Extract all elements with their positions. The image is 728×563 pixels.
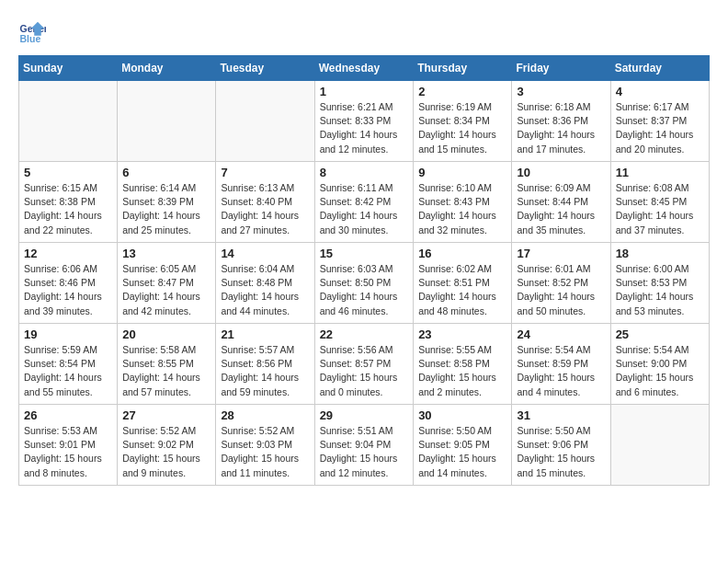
day-info: Sunrise: 5:54 AMSunset: 8:59 PMDaylight:…: [517, 343, 605, 399]
week-row-4: 19Sunrise: 5:59 AMSunset: 8:54 PMDayligh…: [19, 324, 710, 405]
calendar-cell: 17Sunrise: 6:01 AMSunset: 8:52 PMDayligh…: [512, 243, 610, 324]
day-number: 19: [24, 327, 112, 341]
calendar-cell: 22Sunrise: 5:56 AMSunset: 8:57 PMDayligh…: [314, 324, 414, 405]
week-row-3: 12Sunrise: 6:06 AMSunset: 8:46 PMDayligh…: [19, 243, 710, 324]
day-info: Sunrise: 6:13 AMSunset: 8:40 PMDaylight:…: [221, 181, 309, 237]
day-info: Sunrise: 6:05 AMSunset: 8:47 PMDaylight:…: [122, 262, 210, 318]
day-number: 20: [122, 327, 210, 341]
day-info: Sunrise: 6:09 AMSunset: 8:44 PMDaylight:…: [517, 181, 605, 237]
day-number: 10: [517, 166, 605, 179]
week-row-2: 5Sunrise: 6:15 AMSunset: 8:38 PMDaylight…: [19, 162, 710, 243]
day-info: Sunrise: 6:15 AMSunset: 8:38 PMDaylight:…: [24, 181, 112, 237]
day-info: Sunrise: 5:51 AMSunset: 9:04 PMDaylight:…: [320, 424, 409, 480]
day-number: 23: [418, 327, 506, 341]
calendar-cell: 10Sunrise: 6:09 AMSunset: 8:44 PMDayligh…: [512, 162, 610, 243]
day-number: 16: [418, 247, 506, 260]
calendar-cell: 29Sunrise: 5:51 AMSunset: 9:04 PMDayligh…: [314, 405, 414, 486]
day-number: 27: [122, 408, 210, 422]
calendar-cell: 27Sunrise: 5:52 AMSunset: 9:02 PMDayligh…: [118, 405, 216, 486]
day-info: Sunrise: 5:52 AMSunset: 9:02 PMDaylight:…: [122, 424, 210, 480]
day-info: Sunrise: 6:06 AMSunset: 8:46 PMDaylight:…: [24, 262, 112, 318]
day-number: 24: [517, 327, 605, 341]
calendar-cell: 4Sunrise: 6:17 AMSunset: 8:37 PMDaylight…: [610, 81, 709, 162]
calendar-cell: 18Sunrise: 6:00 AMSunset: 8:53 PMDayligh…: [610, 243, 709, 324]
calendar-cell: 7Sunrise: 6:13 AMSunset: 8:40 PMDaylight…: [216, 162, 314, 243]
day-info: Sunrise: 5:52 AMSunset: 9:03 PMDaylight:…: [221, 424, 309, 480]
day-number: 22: [320, 327, 409, 341]
day-number: 11: [616, 166, 704, 179]
day-info: Sunrise: 6:14 AMSunset: 8:39 PMDaylight:…: [122, 181, 210, 237]
day-number: 12: [24, 247, 112, 260]
day-number: 2: [418, 85, 506, 98]
day-number: 14: [221, 247, 309, 260]
day-number: 28: [221, 408, 309, 422]
day-info: Sunrise: 6:08 AMSunset: 8:45 PMDaylight:…: [616, 181, 704, 237]
day-number: 29: [320, 408, 409, 422]
day-header-wednesday: Wednesday: [314, 56, 414, 81]
calendar-cell: 12Sunrise: 6:06 AMSunset: 8:46 PMDayligh…: [19, 243, 118, 324]
calendar-cell: 20Sunrise: 5:58 AMSunset: 8:55 PMDayligh…: [118, 324, 216, 405]
calendar-cell: 14Sunrise: 6:04 AMSunset: 8:48 PMDayligh…: [216, 243, 314, 324]
day-info: Sunrise: 6:03 AMSunset: 8:50 PMDaylight:…: [320, 262, 409, 318]
week-row-5: 26Sunrise: 5:53 AMSunset: 9:01 PMDayligh…: [19, 405, 710, 486]
day-number: 5: [24, 166, 112, 179]
calendar-cell: 9Sunrise: 6:10 AMSunset: 8:43 PMDaylight…: [414, 162, 512, 243]
day-header-thursday: Thursday: [414, 56, 512, 81]
day-info: Sunrise: 6:18 AMSunset: 8:36 PMDaylight:…: [517, 100, 605, 156]
day-number: 17: [517, 247, 605, 260]
calendar-cell: 5Sunrise: 6:15 AMSunset: 8:38 PMDaylight…: [19, 162, 118, 243]
day-info: Sunrise: 5:56 AMSunset: 8:57 PMDaylight:…: [320, 343, 409, 399]
day-number: 18: [616, 247, 704, 260]
day-info: Sunrise: 6:17 AMSunset: 8:37 PMDaylight:…: [616, 100, 704, 156]
day-number: 26: [24, 408, 112, 422]
day-info: Sunrise: 5:53 AMSunset: 9:01 PMDaylight:…: [24, 424, 112, 480]
calendar-cell: [216, 81, 314, 162]
calendar-cell: 2Sunrise: 6:19 AMSunset: 8:34 PMDaylight…: [414, 81, 512, 162]
calendar-cell: 31Sunrise: 5:50 AMSunset: 9:06 PMDayligh…: [512, 405, 610, 486]
day-info: Sunrise: 6:10 AMSunset: 8:43 PMDaylight:…: [418, 181, 506, 237]
day-info: Sunrise: 5:54 AMSunset: 9:00 PMDaylight:…: [616, 343, 704, 399]
day-info: Sunrise: 6:02 AMSunset: 8:51 PMDaylight:…: [418, 262, 506, 318]
day-number: 30: [418, 408, 506, 422]
day-number: 6: [122, 166, 210, 179]
calendar-cell: 16Sunrise: 6:02 AMSunset: 8:51 PMDayligh…: [414, 243, 512, 324]
day-header-monday: Monday: [118, 56, 216, 81]
day-info: Sunrise: 6:11 AMSunset: 8:42 PMDaylight:…: [320, 181, 409, 237]
calendar-cell: [610, 405, 709, 486]
day-number: 9: [418, 166, 506, 179]
day-info: Sunrise: 6:19 AMSunset: 8:34 PMDaylight:…: [418, 100, 506, 156]
calendar-cell: 6Sunrise: 6:14 AMSunset: 8:39 PMDaylight…: [118, 162, 216, 243]
day-number: 3: [517, 85, 605, 98]
calendar-cell: 21Sunrise: 5:57 AMSunset: 8:56 PMDayligh…: [216, 324, 314, 405]
calendar-cell: 26Sunrise: 5:53 AMSunset: 9:01 PMDayligh…: [19, 405, 118, 486]
day-number: 21: [221, 327, 309, 341]
day-header-saturday: Saturday: [610, 56, 709, 81]
day-number: 1: [320, 85, 409, 98]
calendar-cell: [118, 81, 216, 162]
day-info: Sunrise: 5:58 AMSunset: 8:55 PMDaylight:…: [122, 343, 210, 399]
day-info: Sunrise: 5:55 AMSunset: 8:58 PMDaylight:…: [418, 343, 506, 399]
calendar: SundayMondayTuesdayWednesdayThursdayFrid…: [18, 55, 710, 486]
day-header-sunday: Sunday: [19, 56, 118, 81]
day-number: 25: [616, 327, 704, 341]
logo-icon: General Blue: [18, 18, 46, 46]
day-number: 4: [616, 85, 704, 98]
day-number: 15: [320, 247, 409, 260]
days-header-row: SundayMondayTuesdayWednesdayThursdayFrid…: [19, 56, 710, 81]
logo: General Blue: [18, 18, 46, 46]
calendar-cell: 1Sunrise: 6:21 AMSunset: 8:33 PMDaylight…: [314, 81, 414, 162]
day-number: 31: [517, 408, 605, 422]
calendar-cell: 24Sunrise: 5:54 AMSunset: 8:59 PMDayligh…: [512, 324, 610, 405]
calendar-cell: 13Sunrise: 6:05 AMSunset: 8:47 PMDayligh…: [118, 243, 216, 324]
calendar-cell: 8Sunrise: 6:11 AMSunset: 8:42 PMDaylight…: [314, 162, 414, 243]
day-number: 8: [320, 166, 409, 179]
calendar-cell: 11Sunrise: 6:08 AMSunset: 8:45 PMDayligh…: [610, 162, 709, 243]
day-info: Sunrise: 6:21 AMSunset: 8:33 PMDaylight:…: [320, 100, 409, 156]
calendar-cell: 19Sunrise: 5:59 AMSunset: 8:54 PMDayligh…: [19, 324, 118, 405]
day-header-friday: Friday: [512, 56, 610, 81]
day-info: Sunrise: 5:50 AMSunset: 9:05 PMDaylight:…: [418, 424, 506, 480]
calendar-cell: [19, 81, 118, 162]
day-info: Sunrise: 5:59 AMSunset: 8:54 PMDaylight:…: [24, 343, 112, 399]
day-info: Sunrise: 6:04 AMSunset: 8:48 PMDaylight:…: [221, 262, 309, 318]
day-info: Sunrise: 6:01 AMSunset: 8:52 PMDaylight:…: [517, 262, 605, 318]
